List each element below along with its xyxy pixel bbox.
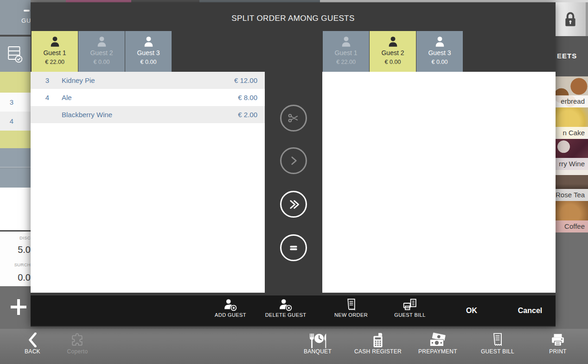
guest-amount: € 0.00: [78, 59, 125, 65]
split-equally-button[interactable]: [280, 234, 307, 261]
prepayment-button[interactable]: PREPAYMENT: [410, 329, 466, 364]
person-icon: [416, 35, 463, 48]
person-icon: [370, 35, 416, 48]
new-order-label: NEW ORDER: [323, 312, 379, 318]
category-header-sweets[interactable]: EETS: [556, 36, 588, 76]
guest-amount: € 22.00: [323, 59, 369, 65]
order-item-row[interactable]: Blackberry Wine € 2.00: [31, 106, 265, 123]
split-item-button[interactable]: [280, 105, 307, 132]
order-row[interactable]: 4: [0, 112, 31, 131]
tab-guest-2-left[interactable]: Guest 2 € 0.00: [78, 31, 125, 72]
menu-item-label: Coffee: [556, 220, 588, 232]
puzzle-icon: [50, 329, 105, 348]
new-order-button[interactable]: NEW ORDER: [323, 295, 379, 326]
order-item-row[interactable]: 4 Ale € 8.00: [31, 89, 265, 106]
delete-guest-button[interactable]: DELETE GUEST: [258, 295, 313, 326]
printer-document-icon: [382, 295, 438, 312]
dialog-title: SPLIT ORDER AMONG GUESTS: [31, 14, 556, 23]
guests-header-partial: GU: [21, 17, 31, 24]
coperto-label: Coperto: [50, 348, 105, 355]
item-price: € 2.00: [238, 106, 257, 123]
divider: [0, 35, 31, 37]
banknotes-icon: [410, 329, 466, 348]
order-row[interactable]: 3: [0, 93, 31, 112]
item-price: € 12.00: [234, 72, 257, 89]
guest-bill-dialog-button[interactable]: GUEST BILL: [382, 295, 438, 326]
delete-guest-label: DELETE GUEST: [258, 312, 313, 318]
tables-icon[interactable]: [7, 44, 26, 67]
ok-button[interactable]: OK: [453, 295, 490, 326]
menu-item-label: Rose Tea: [556, 189, 588, 201]
tab-guest-1-left[interactable]: Guest 1 € 22.00: [32, 31, 78, 72]
guest-bill-label: GUEST BILL: [470, 348, 525, 355]
move-all-button[interactable]: [280, 191, 307, 218]
order-row-highlight[interactable]: [0, 131, 31, 148]
tab-guest-2-right[interactable]: Guest 2 € 0.00: [370, 31, 416, 72]
guest-amount: € 0.00: [125, 59, 172, 65]
category-label-partial: EETS: [557, 52, 577, 60]
move-one-button[interactable]: [280, 147, 307, 174]
order-panel-blank: [0, 188, 31, 230]
totals-area: DISC 5.0 SURCH 0.0: [0, 232, 31, 286]
menu-item-label: rry Wine: [556, 158, 588, 170]
guest-bill-button[interactable]: GUEST BILL: [470, 329, 525, 364]
guest-name: Guest 1: [32, 49, 78, 56]
add-item-area[interactable]: [0, 286, 31, 329]
person-plus-icon: [203, 295, 258, 312]
order-row-selected[interactable]: [0, 169, 31, 188]
item-name: Blackberry Wine: [62, 106, 112, 123]
cash-register-button[interactable]: CASH REGISTER: [350, 329, 406, 364]
cancel-button[interactable]: Cancel: [511, 295, 549, 326]
menu-item-coffee[interactable]: Coffee: [556, 201, 588, 232]
tab-guest-3-right[interactable]: Guest 3 € 0.00: [416, 31, 463, 72]
printer-icon: [530, 329, 586, 348]
guest-name: Guest 1: [323, 49, 369, 56]
plus-icon: [10, 298, 27, 316]
print-button[interactable]: PRINT: [530, 329, 586, 364]
menu-item-cake[interactable]: n Cake: [556, 107, 588, 139]
surcharge-value: 0.0: [0, 272, 31, 283]
lock-icon: [563, 11, 577, 28]
guest-bill-dialog-label: GUEST BILL: [382, 312, 438, 318]
dash-icon: [24, 10, 30, 12]
guest-amount: € 0.00: [416, 59, 463, 65]
menu-item-gingerbread[interactable]: erbread: [556, 76, 588, 107]
discount-label-partial: DISC: [0, 235, 31, 240]
person-icon: [323, 35, 369, 48]
print-label: PRINT: [530, 348, 586, 355]
guest-name: Guest 3: [125, 49, 172, 56]
menu-item-label: n Cake: [556, 127, 588, 139]
split-order-dialog: SPLIT ORDER AMONG GUESTS Guest 1 € 22.00…: [31, 2, 556, 327]
tab-guest-3-left[interactable]: Guest 3 € 0.00: [125, 31, 172, 72]
tab-guest-1-right[interactable]: Guest 1 € 22.00: [323, 31, 369, 72]
guest-name: Guest 2: [370, 49, 416, 56]
menu-item-rose-tea[interactable]: Rose Tea: [556, 170, 588, 201]
dialog-footer: ADD GUEST DELETE GUEST NEW ORDER: [31, 295, 556, 326]
menu-item-blackberry-wine[interactable]: rry Wine: [556, 139, 588, 170]
lock-area[interactable]: [556, 2, 586, 36]
add-guest-button[interactable]: ADD GUEST: [203, 295, 258, 326]
prepayment-label: PREPAYMENT: [410, 348, 466, 355]
scissors-icon: [287, 112, 300, 125]
person-icon: [32, 35, 78, 48]
add-guest-label: ADD GUEST: [203, 312, 258, 318]
order-item-row[interactable]: 3 Kidney Pie € 12.00: [31, 72, 265, 89]
background-order-panel: GU 3 4 DISC 5.0 SURCH 0.0: [0, 0, 31, 364]
coperto-button[interactable]: Coperto: [50, 329, 105, 364]
guest-amount: € 22.00: [32, 59, 78, 65]
order-row-highlight[interactable]: [0, 72, 31, 93]
background-menu-panel: EETS erbread n Cake rry Wine Rose Tea Co…: [556, 0, 588, 364]
item-qty: 3: [43, 72, 52, 89]
source-order-list: 3 Kidney Pie € 12.00 4 Ale € 8.00 Blackb…: [31, 72, 265, 293]
target-order-list[interactable]: [322, 72, 556, 293]
item-qty: 4: [43, 89, 52, 106]
order-qty: 4: [0, 112, 23, 131]
source-guest-tabs: Guest 1 € 22.00 Guest 2 € 0.00 Guest 3 €…: [32, 31, 172, 72]
double-chevron-right-icon: [288, 198, 300, 211]
order-row-selected[interactable]: [0, 148, 31, 168]
menu-item-label: erbread: [556, 95, 588, 107]
guest-amount: € 0.00: [370, 59, 416, 65]
banquet-label: BANQUET: [290, 348, 345, 355]
guest-name: Guest 3: [416, 49, 463, 56]
banquet-button[interactable]: BANQUET: [290, 329, 345, 364]
